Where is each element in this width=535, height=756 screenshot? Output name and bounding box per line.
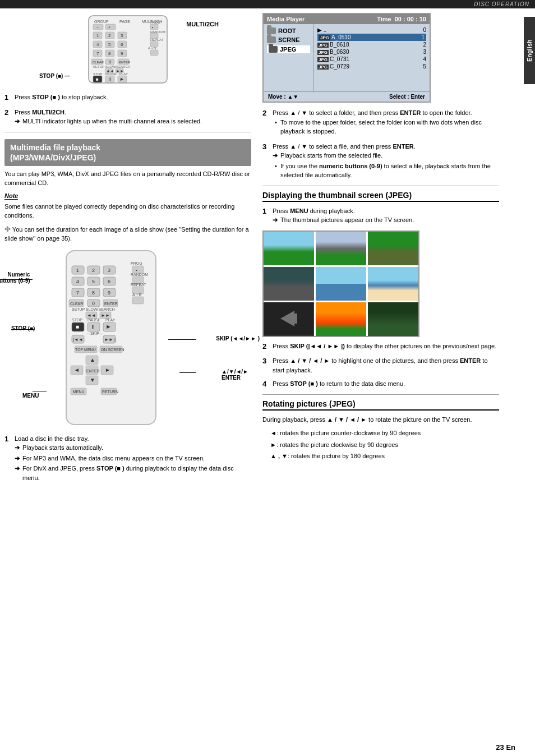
thumb-9 [368,302,418,336]
english-tab: English [524,17,535,84]
thumb-3 [368,232,418,265]
svg-text:7: 7 [96,51,99,56]
top-remote-section: GROUP PAGE MULTI/2CH – + • PROG 1 [4,13,251,87]
menu-label-large: MENU [22,393,39,399]
svg-text:STOP: STOP [93,72,102,76]
top-step-1: 1 Press STOP (■ ) to stop playback. [4,93,251,103]
svg-rect-83 [132,297,144,304]
svg-text:►: ► [105,367,110,373]
large-remote-svg: PROG • 1 2 3 RANDOM 4 5 6 REPEAT [49,248,173,427]
svg-text:■: ■ [76,324,79,330]
mp-footer: Move : ▲▼ Select : Enter [264,91,430,102]
note-text: Some files cannot be played correctly de… [4,202,251,220]
svg-text:◄◄: ◄◄ [87,313,96,318]
divider-rotating [262,394,499,395]
stop-line-large [11,329,34,330]
svg-text:PAUSE: PAUSE [87,318,101,322]
svg-text:▼: ▼ [90,377,95,383]
small-remote-svg: GROUP PAGE MULTI/2CH – + • PROG 1 [77,13,178,86]
mp-file-0630: JPGB_0630 3 [317,48,426,56]
svg-text:|◄◄: |◄◄ [73,337,83,342]
svg-text:5: 5 [108,42,111,47]
mp-header: Media Player Time 00 : 00 : 10 [264,14,430,24]
numeric-label-line [0,279,33,280]
tip-text: You can set the duration for each image … [4,226,249,242]
disp-step-3: 3 Press ▲ / ▼ / ◄ / ► to highlight one o… [262,356,499,375]
svg-text:REPEAT: REPEAT [131,283,146,287]
svg-text:+: + [108,25,110,29]
stop-label-top: STOP (■) — [39,73,70,79]
svg-text:ENTER: ENTER [119,61,131,64]
svg-text:—SKIP—: —SKIP— [86,331,103,335]
right-column: Media Player Time 00 : 00 : 10 ROOT SCRN… [258,8,516,492]
thumb-4 [264,267,314,301]
mp-file-0731: JPGC_0731 4 [317,56,426,63]
svg-text:SETUP: SETUP [72,307,85,311]
folder-scrne: SCRNE [267,36,310,43]
svg-text:CLEAR: CLEAR [93,61,104,64]
page-number: 23 En [496,743,515,752]
svg-text:GROUP: GROUP [94,20,109,24]
svg-text:REPEAT: REPEAT [150,38,164,42]
disp-step-1: 1 Press MENU during playback. ➔The thumb… [262,206,499,226]
svg-text:8: 8 [92,290,95,296]
svg-text:9: 9 [121,51,123,56]
svg-text:1: 1 [76,268,79,273]
svg-text:►: ► [119,76,124,82]
svg-text:►: ► [105,323,112,330]
svg-text:SLOW/SEARCH: SLOW/SEARCH [105,65,130,68]
svg-text:⏸: ⏸ [90,324,96,330]
top-step-2: 2 Press MULTI/2CH. ➔ MULTI indicator lig… [4,108,251,127]
tip-section: ✤ You can set the duration for each imag… [4,225,251,243]
svg-text:4: 4 [76,279,79,284]
svg-text:CLEAR: CLEAR [70,302,83,306]
svg-text:SLOW/SEARCH: SLOW/SEARCH [86,307,115,311]
svg-text:⏸: ⏸ [107,77,112,82]
svg-rect-34 [150,50,158,56]
svg-text:0: 0 [92,301,95,306]
svg-text:2: 2 [108,33,111,38]
left-column: GROUP PAGE MULTI/2CH – + • PROG 1 [0,8,258,492]
mp-files: ▶ .. 0 JPGA_0510 1 JPGB_0618 2 JPGB_0630… [314,24,430,91]
folder-icon-jpeg [269,46,278,53]
svg-text:PROG: PROG [150,21,160,24]
folder-icon-root [267,27,276,34]
displaying-heading: Displaying the thumbnail screen (JPEG) [262,191,499,202]
svg-text:3: 3 [108,268,110,273]
large-remote-section: PROG • 1 2 3 RANDOM 4 5 6 REPEAT [49,248,206,428]
svg-text:TOP MENU: TOP MENU [75,348,96,352]
svg-text:0: 0 [109,59,112,64]
menu-line [33,391,47,391]
svg-text:A→B: A→B [132,293,142,297]
rotate-bullet-2: ►: rotates the picture clockwise by 90 d… [270,440,499,450]
svg-text:6: 6 [108,279,110,284]
svg-text:SETUP: SETUP [93,65,104,68]
right-step-3: 3 Press ▲ / ▼ to select a file, and then… [262,142,499,181]
thumbnail-grid [262,231,419,337]
folder-jpeg: JPEG [267,45,310,53]
note-box: Note Some files cannot be played correct… [4,192,251,220]
rotate-bullet-1: ◄: rotates the picture counter-clockwise… [270,428,499,438]
rotate-bullet-3: ▲ , ▼: rotates the picture by 180 degree… [270,451,499,461]
svg-text:RETURN: RETURN [102,390,118,394]
svg-text:ENTER: ENTER [86,369,100,373]
step-1-load: 1 Load a disc in the disc tray. ➔Playbac… [4,434,251,484]
svg-rect-130 [294,314,297,324]
svg-text:◄: ◄ [74,367,80,373]
note-label: Note [4,192,18,200]
svg-text:6: 6 [121,42,123,47]
svg-text:4: 4 [96,42,99,47]
svg-text:PLAY: PLAY [119,72,128,76]
svg-text:3: 3 [121,33,123,38]
thumb-5 [316,267,366,301]
media-player-screen: Media Player Time 00 : 00 : 10 ROOT SCRN… [262,13,431,103]
intro-text: You can play MP3, WMA, DivX and JPEG fil… [4,169,251,188]
svg-text:8: 8 [108,51,111,56]
svg-text:1: 1 [96,33,99,38]
svg-text:9: 9 [108,290,110,296]
svg-text:7: 7 [76,290,79,296]
svg-text:RANDOM: RANDOM [131,273,148,276]
svg-text:PROG: PROG [131,261,142,265]
svg-text:A→B: A→B [148,47,156,50]
folder-icon-scrne [267,36,276,43]
